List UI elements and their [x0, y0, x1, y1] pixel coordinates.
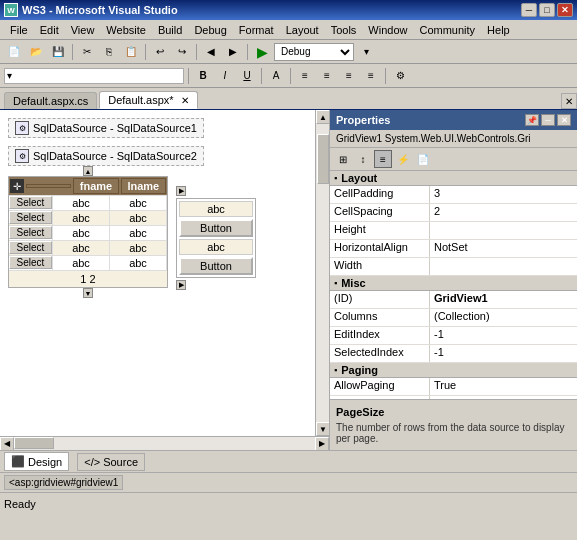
props-minimize-button[interactable]: ─ [541, 114, 555, 126]
menu-edit[interactable]: Edit [34, 22, 65, 38]
menu-community[interactable]: Community [413, 22, 481, 38]
prop-selectedindex-key: SelectedIndex [330, 345, 430, 362]
scroll-thumb[interactable] [317, 134, 329, 184]
template-arrow-2[interactable]: ▶ [176, 280, 186, 290]
close-button[interactable]: ✕ [557, 3, 573, 17]
menu-view[interactable]: View [65, 22, 101, 38]
fname-cell-4: abc [53, 256, 110, 270]
nav-forward-button[interactable]: ▶ [223, 42, 243, 62]
new-button[interactable]: 📄 [4, 42, 24, 62]
props-alpha-btn[interactable]: ↕ [354, 150, 372, 168]
prop-width-val[interactable] [430, 258, 577, 275]
prop-height-val[interactable] [430, 222, 577, 239]
align-right-button[interactable]: ≡ [339, 66, 359, 86]
fname-cell-2: abc [53, 226, 110, 240]
undo-button[interactable]: ↩ [150, 42, 170, 62]
breadcrumb-item[interactable]: <asp:gridview#gridview1 [4, 475, 123, 490]
prop-selectedindex: SelectedIndex -1 [330, 345, 577, 363]
props-props-btn[interactable]: ≡ [374, 150, 392, 168]
scroll-right-btn[interactable]: ▶ [315, 437, 329, 451]
props-object-selector[interactable]: GridView1 System.Web.UI.WebControls.Gri [330, 130, 577, 148]
resize-bottom[interactable]: ▼ [83, 288, 93, 298]
select-btn-4[interactable]: Select [9, 256, 52, 269]
layout-toggle[interactable]: ▪ [334, 173, 337, 183]
minimize-button[interactable]: ─ [521, 3, 537, 17]
justify-button[interactable]: ≡ [361, 66, 381, 86]
align-center-button[interactable]: ≡ [317, 66, 337, 86]
menu-window[interactable]: Window [362, 22, 413, 38]
scroll-track [316, 124, 329, 422]
cut-button[interactable]: ✂ [77, 42, 97, 62]
run-button[interactable]: ▶ [252, 42, 272, 62]
menu-help[interactable]: Help [481, 22, 516, 38]
menu-format[interactable]: Format [233, 22, 280, 38]
template-item-abc1: abc [179, 201, 253, 217]
config-dropdown-arrow[interactable]: ▾ [356, 42, 376, 62]
scroll-up-btn[interactable]: ▲ [316, 110, 329, 124]
resize-top[interactable]: ▲ [83, 166, 93, 176]
menu-build[interactable]: Build [152, 22, 188, 38]
grid-area: ▲ ✛ fname lname Se [4, 172, 311, 292]
prop-columns-val[interactable]: (Collection) [430, 309, 577, 326]
design-tab[interactable]: ⬛ Design [4, 452, 69, 471]
select-btn-0[interactable]: Select [9, 196, 52, 209]
select-btn-2[interactable]: Select [9, 226, 52, 239]
datasource1: ⚙ SqlDataSource - SqlDataSource1 [8, 118, 204, 138]
underline-button[interactable]: U [237, 66, 257, 86]
template-button-2[interactable]: Button [179, 257, 253, 275]
more-format-button[interactable]: ⚙ [390, 66, 410, 86]
prop-cellspacing-val[interactable]: 2 [430, 204, 577, 221]
menu-debug[interactable]: Debug [188, 22, 232, 38]
source-tab[interactable]: </> Source [77, 453, 145, 471]
menu-website[interactable]: Website [100, 22, 152, 38]
props-categorized-btn[interactable]: ⊞ [334, 150, 352, 168]
section-paging-label: Paging [341, 364, 378, 376]
template-button-1[interactable]: Button [179, 219, 253, 237]
props-events-btn[interactable]: ⚡ [394, 150, 412, 168]
redo-button[interactable]: ↪ [172, 42, 192, 62]
select-btn-3[interactable]: Select [9, 241, 52, 254]
style-selector[interactable]: ▾ [4, 68, 184, 84]
toolbar-main: 📄 📂 💾 ✂ ⎘ 📋 ↩ ↪ ◀ ▶ ▶ Debug ▾ [0, 40, 577, 64]
paste-button[interactable]: 📋 [121, 42, 141, 62]
tab-aspx[interactable]: Default.aspx* ✕ [99, 91, 198, 109]
debug-config-dropdown[interactable]: Debug [274, 43, 354, 61]
tab-close-button[interactable]: ✕ [181, 95, 189, 106]
prop-allowpaging-val[interactable]: True [430, 378, 577, 395]
app-icon: W [4, 3, 18, 17]
template-arrow-1[interactable]: ▶ [176, 186, 186, 196]
menu-file[interactable]: File [4, 22, 34, 38]
align-left-button[interactable]: ≡ [295, 66, 315, 86]
save-button[interactable]: 💾 [48, 42, 68, 62]
scroll-left-btn[interactable]: ◀ [0, 437, 14, 451]
prop-editindex-val[interactable]: -1 [430, 327, 577, 344]
prop-selectedindex-val[interactable]: -1 [430, 345, 577, 362]
select-cell-3: Select [9, 241, 53, 255]
open-button[interactable]: 📂 [26, 42, 46, 62]
bold-button[interactable]: B [193, 66, 213, 86]
tab-panel-close[interactable]: ✕ [561, 93, 577, 109]
nav-back-button[interactable]: ◀ [201, 42, 221, 62]
maximize-button[interactable]: □ [539, 3, 555, 17]
italic-button[interactable]: I [215, 66, 235, 86]
prop-id-val[interactable]: GridView1 [430, 291, 577, 308]
prop-allowpaging-key: AllowPaging [330, 378, 430, 395]
datasource1-icon: ⚙ [15, 121, 29, 135]
menu-layout[interactable]: Layout [280, 22, 325, 38]
move-handle[interactable]: ✛ [10, 179, 24, 193]
prop-cellpadding-val[interactable]: 3 [430, 186, 577, 203]
scroll-down-btn[interactable]: ▼ [316, 422, 329, 436]
font-color-button[interactable]: A [266, 66, 286, 86]
prop-horizontalalign-val[interactable]: NotSet [430, 240, 577, 257]
copy-button[interactable]: ⎘ [99, 42, 119, 62]
props-page-btn[interactable]: 📄 [414, 150, 432, 168]
paging-toggle[interactable]: ▪ [334, 365, 337, 375]
status-text: Ready [4, 498, 36, 510]
h-scroll-thumb[interactable] [14, 437, 54, 449]
menu-tools[interactable]: Tools [325, 22, 363, 38]
props-pin-button[interactable]: 📌 [525, 114, 539, 126]
select-btn-1[interactable]: Select [9, 211, 52, 224]
tab-cs[interactable]: Default.aspx.cs [4, 92, 97, 109]
misc-toggle[interactable]: ▪ [334, 278, 337, 288]
props-close-button[interactable]: ✕ [557, 114, 571, 126]
